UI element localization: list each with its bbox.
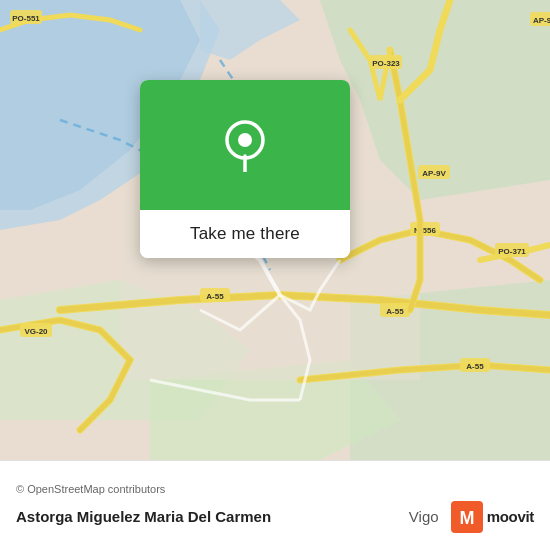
svg-text:A-55: A-55 [466,362,484,371]
svg-text:PO-551: PO-551 [12,14,40,23]
place-name: Astorga Miguelez Maria Del Carmen [16,508,403,525]
moovit-logo-icon: M [451,501,483,533]
svg-text:AP-9: AP-9 [533,16,550,25]
place-city: Vigo [409,508,439,525]
location-pin-icon [218,118,272,172]
svg-text:VG-20: VG-20 [24,327,48,336]
svg-text:AP-9V: AP-9V [422,169,446,178]
card-overlay: Take me there [140,80,350,258]
svg-text:M: M [459,508,474,528]
moovit-text: moovit [487,508,534,525]
take-me-there-button[interactable]: Take me there [140,210,350,258]
svg-point-23 [238,133,252,147]
card-green-area [140,80,350,210]
moovit-logo: M moovit [451,501,534,533]
svg-text:A-55: A-55 [206,292,224,301]
place-row: Astorga Miguelez Maria Del Carmen Vigo M… [16,501,534,533]
svg-text:PO-323: PO-323 [372,59,400,68]
map-attribution: © OpenStreetMap contributors [16,483,534,495]
svg-text:A-55: A-55 [386,307,404,316]
svg-text:PO-371: PO-371 [498,247,526,256]
bottom-bar: © OpenStreetMap contributors Astorga Mig… [0,460,550,550]
